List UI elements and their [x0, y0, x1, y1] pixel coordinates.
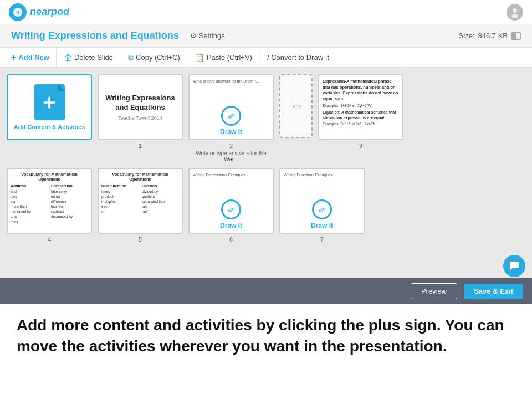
draw-it-circle-2: ✏: [221, 200, 241, 219]
svg-point-2: [513, 8, 517, 13]
save-exit-button[interactable]: Save & Exit: [464, 284, 523, 299]
chat-button[interactable]: [503, 255, 525, 277]
slides-row-1: Add Content & Activities Writing Express…: [7, 74, 525, 162]
slide-5-col2: Division divided by quotient separated i…: [142, 184, 179, 214]
caption-text: Add more content and activities by click…: [17, 315, 515, 357]
svg-text:n: n: [16, 9, 19, 16]
slide-7-small-text: Writing Equations Examples: [284, 172, 360, 177]
pencil-icon-2: ✏: [226, 203, 237, 216]
slide-3-wrapper: Expression-A mathematical phrase that ha…: [318, 74, 403, 162]
slide-4-content: Vocabulary for Mathematical Operations A…: [8, 169, 91, 233]
slide-5-wrapper: Vocabulary for Mathematical Operations M…: [98, 168, 183, 243]
gear-icon: ⚙: [190, 32, 197, 40]
slide-3-expr-title: Expression-A mathematical phrase that ha…: [323, 79, 399, 102]
slide-7-number: 7: [320, 236, 324, 243]
slide-6-content: Writing Expressions Examples ✏ Draw It: [190, 169, 273, 233]
slide-2-wrapper: Write or type answers for the Draw It...…: [188, 74, 274, 162]
user-avatar[interactable]: [507, 4, 523, 21]
size-bar-visual: [511, 32, 521, 40]
slide-5-number: 5: [139, 236, 142, 243]
slide-5-col1: Multiplication times product multiplied …: [101, 184, 139, 214]
lesson-header: Writing Expressions and Equations ⚙ Sett…: [0, 24, 532, 48]
delete-slide-button[interactable]: 🗑 Delete Slide: [58, 48, 120, 67]
slide-3-eq-title: Equation: A mathematical sentence that s…: [323, 110, 399, 121]
slide-6-small-text: Writing Expressions Examples: [193, 172, 269, 177]
slide-3-content: Expression-A mathematical phrase that ha…: [319, 75, 402, 139]
pencil-icon-1: ✏: [226, 110, 237, 122]
slide-7-wrapper: Writing Equations Examples ✏ Draw It 7: [279, 168, 365, 243]
slide-7[interactable]: Writing Equations Examples ✏ Draw It: [279, 168, 365, 234]
add-content-icon: [34, 84, 65, 120]
slide-3-examples2: Examples: 2×3+5 x+3=6 2x=25: [323, 121, 399, 126]
slide-1-subtitle: TeacherTown©2014: [118, 115, 162, 121]
svg-point-3: [511, 14, 518, 18]
toolbar: + Add New 🗑 Delete Slide ⧉ Copy (Ctrl+C)…: [0, 48, 532, 68]
slide-1-title: Writing Expressions and Equations: [103, 94, 177, 112]
slide-2[interactable]: Write or type answers for the Draw It...…: [188, 74, 274, 140]
slide-5-header: Vocabulary for Mathematical Operations: [101, 172, 179, 182]
slide-2-content: Write or type answers for the Draw It...…: [190, 75, 273, 139]
paste-button[interactable]: 📋 Paste (Ctrl+V): [188, 48, 259, 67]
caption-area: Add more content and activities by click…: [0, 304, 532, 368]
slide-4-header: Vocabulary for Mathematical Operations: [11, 172, 88, 182]
slide-5-cols: Multiplication times product multiplied …: [101, 184, 179, 214]
slide-7-content: Writing Equations Examples ✏ Draw It: [280, 169, 364, 233]
lesson-title: Writing Expressions and Equations: [11, 30, 179, 42]
slide-4-col2: Subtraction take away minus difference l…: [51, 184, 88, 224]
top-bar: n nearpod: [0, 0, 532, 24]
copy-icon: ⧉: [128, 53, 134, 62]
slide-2-small-text: Write or type answers for the Draw It...: [193, 79, 269, 84]
slide-4-cols: Addition add plus sum more than increase…: [11, 184, 88, 224]
size-info: Size: 846.7 KB: [459, 32, 521, 40]
slide-3-number: 3: [359, 142, 362, 149]
logo-area: n nearpod: [9, 3, 69, 21]
settings-button[interactable]: ⚙ Settings: [186, 30, 229, 42]
plus-icon: +: [11, 53, 16, 63]
slide-1-wrapper: Writing Expressions and Equations Teache…: [98, 74, 183, 162]
add-content-slide[interactable]: Add Content & Activities: [7, 74, 92, 140]
main-area: Add Content & Activities Writing Express…: [0, 68, 532, 278]
pencil-icon-3: ✏: [316, 203, 328, 216]
slide-2-desc: Write or type answers for the War...: [190, 150, 273, 162]
slide-4-number: 4: [48, 236, 51, 243]
slide-5[interactable]: Vocabulary for Mathematical Operations M…: [98, 168, 183, 234]
draw-it-circle-1: ✏: [221, 106, 241, 126]
convert-button[interactable]: / Convert to Draw It: [260, 48, 336, 67]
slide-1-number: 1: [139, 142, 142, 149]
drop-zone: Drop: [279, 74, 313, 138]
add-content-inner: Add Content & Activities: [8, 75, 91, 139]
draw-it-label-3: Draw It: [311, 222, 333, 229]
slide-6-wrapper: Writing Expressions Examples ✏ Draw It 6: [188, 168, 274, 243]
draw-it-label-1: Draw It: [220, 128, 242, 136]
trash-icon: 🗑: [64, 53, 72, 62]
slides-row-2: Vocabulary for Mathematical Operations A…: [7, 168, 525, 243]
slide-4-col1: Addition add plus sum more than increase…: [11, 184, 48, 224]
slide-5-content: Vocabulary for Mathematical Operations M…: [99, 169, 182, 233]
preview-button[interactable]: Preview: [411, 283, 457, 299]
slide-4-wrapper: Vocabulary for Mathematical Operations A…: [7, 168, 92, 243]
slide-1-content: Writing Expressions and Equations Teache…: [99, 75, 182, 139]
slide-3-examples1: Examples: 1+3·3+a 2y²−7(W): [323, 103, 399, 108]
copy-button[interactable]: ⧉ Copy (Ctrl+C): [121, 48, 187, 67]
draw-it-label-2: Draw It: [220, 222, 242, 229]
slide-6[interactable]: Writing Expressions Examples ✏ Draw It: [188, 168, 274, 234]
bottom-bar: Preview Save & Exit: [0, 278, 532, 304]
slide-1[interactable]: Writing Expressions and Equations Teache…: [98, 74, 183, 140]
slide-3[interactable]: Expression-A mathematical phrase that ha…: [318, 74, 403, 140]
paste-icon: 📋: [195, 53, 204, 62]
slide-2-number: 2: [229, 142, 233, 149]
slide-6-number: 6: [229, 236, 233, 243]
logo-text: nearpod: [30, 6, 69, 18]
draw-it-circle-3: ✏: [312, 200, 332, 219]
slide-4[interactable]: Vocabulary for Mathematical Operations A…: [7, 168, 92, 234]
add-content-wrapper: Add Content & Activities: [7, 74, 92, 162]
add-new-button[interactable]: + Add New: [4, 48, 57, 67]
logo-icon: n: [9, 3, 27, 21]
add-content-label: Add Content & Activities: [14, 124, 85, 130]
